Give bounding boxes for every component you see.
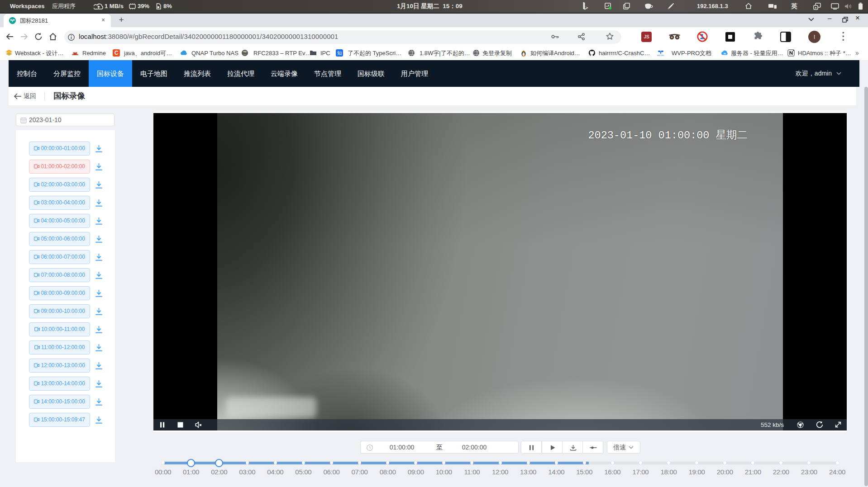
svg-text:WVP-PRO: WVP-PRO	[657, 55, 664, 57]
